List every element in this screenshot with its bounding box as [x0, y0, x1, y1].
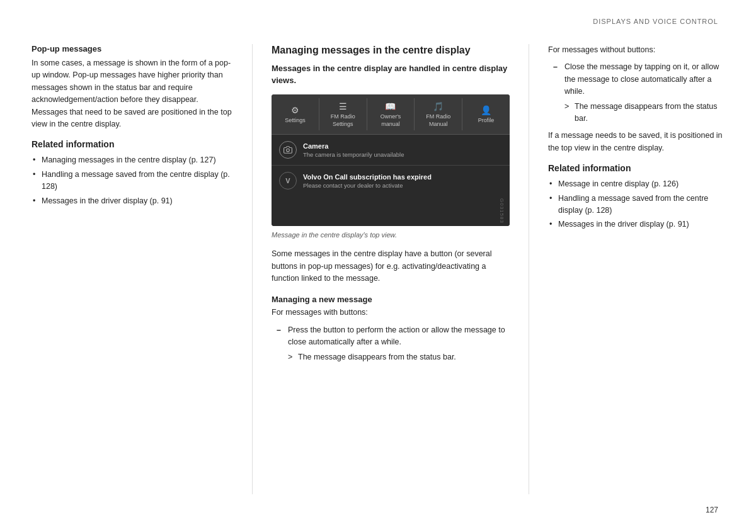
list-item: Messages in the driver display (p. 91) — [548, 218, 724, 230]
left-related-title: Related information — [32, 139, 233, 149]
sub-item: The message disappears from the status b… — [564, 101, 724, 125]
middle-column: Managing messages in the centre display … — [272, 44, 510, 494]
left-column: Pop-up messages In some cases, a message… — [32, 44, 233, 494]
right-related-title: Related information — [548, 163, 724, 173]
list-item: Handling a message saved from the centre… — [548, 193, 724, 217]
nav-fm-radio-settings: ☰ FM RadioSettings — [319, 98, 367, 131]
dash-list-item: Press the button to perform the action o… — [277, 324, 510, 363]
left-divider — [252, 44, 253, 494]
popup-messages-section: Pop-up messages In some cases, a message… — [32, 44, 233, 130]
managing-new-message-intro: For messages with buttons: — [272, 307, 510, 319]
nav-fm-radio-manual-label: FM RadioManual — [426, 113, 450, 128]
settings-icon: ⚙ — [291, 105, 299, 116]
nav-settings: ⚙ Settings — [272, 98, 319, 131]
left-related-info: Related information Managing messages in… — [32, 139, 233, 207]
list-item: Messages in the driver display (p. 91) — [32, 195, 233, 207]
camera-message-text: Camera The camera is temporarily unavail… — [303, 142, 502, 158]
managing-new-message-section: Managing a new message For messages with… — [272, 295, 510, 363]
camera-icon — [279, 141, 297, 159]
list-item: Message in centre display (p. 126) — [548, 178, 724, 190]
nav-profile-label: Profile — [478, 117, 495, 125]
camera-message-title: Camera — [303, 142, 502, 150]
owners-manual-icon: 📖 — [385, 101, 396, 112]
centre-display-mockup: ⚙ Settings ☰ FM RadioSettings 📖 Owner'sm… — [272, 94, 510, 226]
volvo-message-row: V Volvo On Call subscription has expired… — [272, 166, 510, 196]
nav-profile: 👤 Profile — [462, 98, 510, 131]
svg-point-0 — [287, 149, 290, 152]
nav-settings-label: Settings — [285, 117, 306, 125]
list-item: Managing messages in the centre display … — [32, 154, 233, 166]
popup-messages-title: Pop-up messages — [32, 44, 233, 54]
nav-owners-manual: 📖 Owner'smanual — [367, 98, 415, 131]
volvo-message-title: Volvo On Call subscription has expired — [303, 173, 502, 181]
page-number: 127 — [706, 506, 718, 514]
camera-message-subtitle: The camera is temporarily unavailable — [303, 151, 502, 158]
main-content: Pop-up messages In some cases, a message… — [32, 44, 724, 494]
right-intro: For messages without buttons: — [548, 44, 724, 56]
display-footer: G031583 — [272, 196, 510, 226]
right-dash-list: Close the message by tapping on it, or a… — [553, 61, 724, 125]
right-column: For messages without buttons: Close the … — [548, 44, 724, 494]
dash-list-item: Close the message by tapping on it, or a… — [553, 61, 724, 125]
volvo-icon: V — [279, 172, 297, 190]
fm-radio-manual-icon: 🎵 — [433, 101, 444, 112]
nav-fm-radio-manual: 🎵 FM RadioManual — [415, 98, 462, 131]
right-related-info: Related information Message in centre di… — [548, 163, 724, 230]
left-related-list: Managing messages in the centre display … — [32, 154, 233, 207]
nav-owners-manual-label: Owner'smanual — [381, 113, 401, 128]
main-title: Managing messages in the centre display — [272, 44, 510, 57]
camera-message-row: Camera The camera is temporarily unavail… — [272, 135, 510, 166]
page-header: DISPLAYS AND VOICE CONTROL — [593, 18, 718, 25]
volvo-message-subtitle: Please contact your dealer to activate — [303, 182, 502, 189]
fm-radio-settings-icon: ☰ — [339, 101, 347, 112]
footer-code: G031583 — [499, 198, 505, 224]
popup-messages-body: In some cases, a message is shown in the… — [32, 57, 233, 130]
display-nav: ⚙ Settings ☰ FM RadioSettings 📖 Owner'sm… — [272, 94, 510, 135]
lead-text: Messages in the centre display are handl… — [272, 62, 510, 87]
middle-dash-list: Press the button to perform the action o… — [277, 324, 510, 363]
managing-new-message-title: Managing a new message — [272, 295, 510, 304]
sub-item: The message disappears from the status b… — [288, 351, 510, 363]
display-caption: Message in the centre display's top view… — [272, 230, 510, 241]
display-messages: Camera The camera is temporarily unavail… — [272, 135, 510, 196]
right-related-list: Message in centre display (p. 126) Handl… — [548, 178, 724, 230]
list-item: Handling a message saved from the centre… — [32, 169, 233, 193]
middle-body1: Some messages in the centre display have… — [272, 248, 510, 285]
volvo-message-text: Volvo On Call subscription has expired P… — [303, 173, 502, 189]
nav-fm-radio-settings-label: FM RadioSettings — [331, 113, 355, 128]
right-body2: If a message needs to be saved, it is po… — [548, 130, 724, 154]
right-divider — [529, 44, 529, 494]
profile-icon: 👤 — [481, 105, 491, 116]
